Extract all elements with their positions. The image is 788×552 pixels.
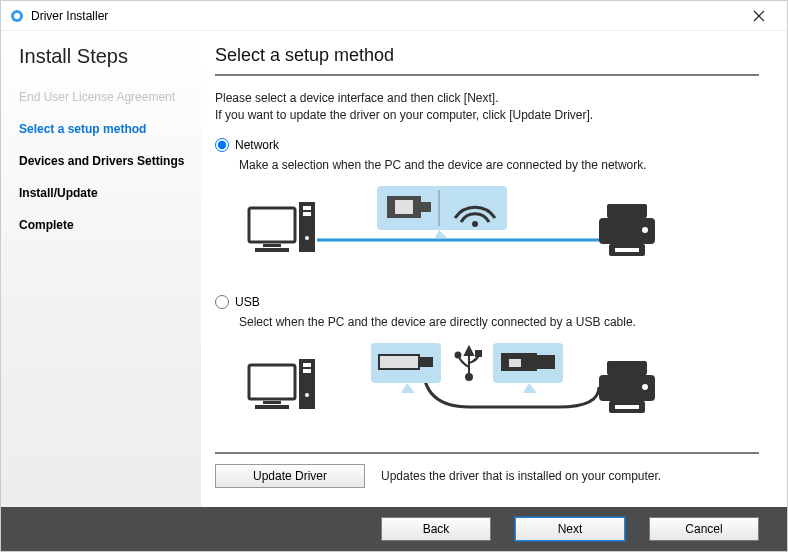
svg-rect-29 [379,355,419,369]
option-network: Network Make a selection when the PC and… [215,138,759,285]
svg-rect-13 [395,200,413,214]
option-usb: USB Select when the PC and the device ar… [215,295,759,442]
svg-rect-30 [419,357,433,367]
radio-usb[interactable] [215,295,229,309]
step-devices-drivers: Devices and Drivers Settings [19,154,189,168]
svg-point-33 [456,352,461,357]
radio-network-label[interactable]: Network [235,138,279,152]
body: Install Steps End User License Agreement… [1,31,787,507]
svg-rect-43 [615,405,639,409]
network-diagram [239,180,759,275]
svg-rect-4 [255,248,289,252]
window-title: Driver Installer [31,9,737,23]
svg-rect-21 [249,365,295,399]
svg-rect-6 [303,206,311,210]
svg-rect-26 [303,369,311,373]
usb-diagram [239,337,759,432]
svg-rect-39 [607,361,647,375]
footer: Back Next Cancel [1,507,787,551]
next-button[interactable]: Next [515,517,625,541]
close-button[interactable] [737,2,781,30]
svg-point-42 [642,384,648,390]
app-icon [9,8,25,24]
radio-network[interactable] [215,138,229,152]
cancel-button[interactable]: Cancel [649,517,759,541]
instruction-text: Please select a device interface and the… [215,90,759,124]
main-panel: Select a setup method Please select a de… [201,31,787,507]
sidebar-heading: Install Steps [19,45,189,68]
svg-rect-20 [615,248,639,252]
step-install-update: Install/Update [19,186,189,200]
svg-rect-37 [537,355,555,369]
svg-rect-7 [303,212,311,216]
usb-desc: Select when the PC and the device are di… [239,315,759,329]
svg-point-27 [305,393,309,397]
back-button[interactable]: Back [381,517,491,541]
svg-rect-22 [263,401,281,404]
svg-rect-16 [607,204,647,218]
step-setup-method: Select a setup method [19,122,189,136]
page-title: Select a setup method [215,45,759,76]
update-desc: Updates the driver that is installed on … [381,469,661,483]
update-driver-button[interactable]: Update Driver [215,464,365,488]
svg-rect-25 [303,363,311,367]
svg-rect-3 [263,244,281,247]
titlebar: Driver Installer [1,1,787,31]
svg-rect-38 [509,359,521,367]
instruction-line1: Please select a device interface and the… [215,90,759,107]
close-icon [753,10,765,22]
svg-point-19 [642,227,648,233]
update-row: Update Driver Updates the driver that is… [215,452,759,488]
svg-point-15 [472,221,478,227]
radio-usb-label[interactable]: USB [235,295,260,309]
step-complete: Complete [19,218,189,232]
network-desc: Make a selection when the PC and the dev… [239,158,759,172]
step-eula: End User License Agreement [19,90,189,104]
svg-rect-23 [255,405,289,409]
svg-rect-2 [249,208,295,242]
svg-point-1 [14,13,20,19]
svg-rect-34 [476,351,481,356]
instruction-line2: If you want to update the driver on your… [215,107,759,124]
svg-rect-14 [421,202,431,212]
svg-point-8 [305,236,309,240]
sidebar: Install Steps End User License Agreement… [1,31,201,507]
